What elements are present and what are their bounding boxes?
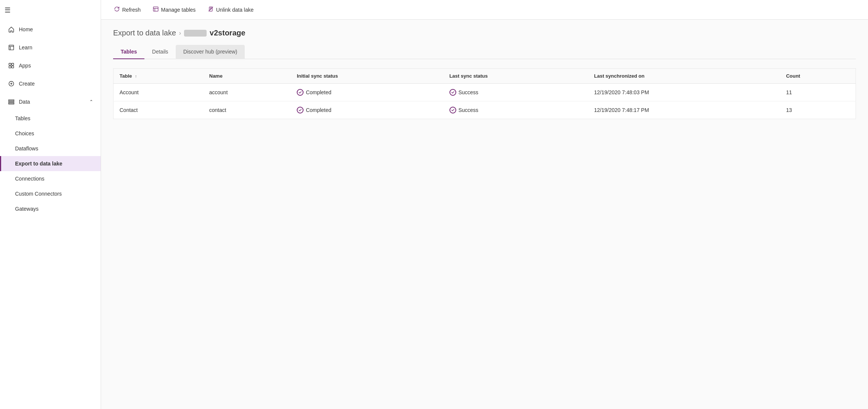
sidebar-subitem-gateways-label: Gateways [15, 206, 38, 212]
col-count-label: Count [786, 73, 801, 79]
row1-name: account [203, 84, 291, 101]
sort-asc-icon: ↑ [135, 74, 137, 78]
svg-rect-8 [9, 103, 14, 104]
hamburger-icon[interactable]: ☰ [5, 6, 11, 14]
sidebar-item-learn-label: Learn [19, 44, 32, 51]
sidebar-subitem-export-label: Export to data lake [15, 161, 62, 167]
col-initial-sync-label: Initial sync status [297, 73, 338, 79]
svg-rect-2 [12, 63, 14, 65]
breadcrumb-storage-name: v2storage [210, 29, 245, 37]
main-area: Refresh Manage tables Unlink data lake [101, 0, 868, 409]
sidebar-item-data[interactable]: Data ⌃ [0, 93, 101, 111]
col-last-sync-label: Last sync status [449, 73, 488, 79]
refresh-button[interactable]: Refresh [109, 3, 146, 16]
sidebar-subitem-custom-connectors-label: Custom Connectors [15, 191, 62, 197]
row1-initial-sync-status: Completed [291, 84, 443, 101]
row1-last-sync-status: Success [443, 84, 588, 101]
chevron-up-icon: ⌃ [89, 99, 93, 104]
breadcrumb: Export to data lake › v2storage [113, 29, 856, 37]
svg-rect-7 [9, 101, 14, 103]
table-row[interactable]: Account account Completed [113, 84, 856, 101]
sidebar-navigation: Home Learn Apps [0, 20, 101, 216]
row2-last-sync-status: Success [443, 101, 588, 119]
col-name-label: Name [209, 73, 222, 79]
col-last-synchronized-on: Last synchronized on [588, 69, 780, 84]
sidebar-subitem-choices[interactable]: Choices [0, 126, 101, 141]
table-header: Table ↑ Name Initial sync status Last sy… [113, 69, 856, 84]
col-last-synchronized-on-label: Last synchronized on [594, 73, 645, 79]
sidebar-subitem-custom-connectors[interactable]: Custom Connectors [0, 186, 101, 201]
apps-icon [8, 62, 15, 69]
sidebar-subitem-dataflows[interactable]: Dataflows [0, 141, 101, 156]
svg-rect-4 [12, 66, 14, 68]
tab-discover-hub[interactable]: Discover hub (preview) [176, 45, 245, 59]
col-count: Count [780, 69, 856, 84]
manage-tables-button[interactable]: Manage tables [147, 3, 201, 16]
breadcrumb-parent[interactable]: Export to data lake [113, 29, 176, 37]
manage-tables-icon [153, 6, 159, 13]
check-circle-icon-2 [297, 107, 304, 113]
col-last-sync: Last sync status [443, 69, 588, 84]
sidebar-subitem-connections[interactable]: Connections [0, 171, 101, 186]
manage-tables-label: Manage tables [161, 7, 196, 13]
learn-icon [8, 44, 15, 51]
storage-blurred [184, 30, 207, 37]
check-circle-success-1 [449, 89, 456, 96]
sidebar-subitem-connections-label: Connections [15, 176, 44, 182]
sidebar-item-home-label: Home [19, 26, 33, 32]
check-circle-icon-1 [297, 89, 304, 96]
tab-discover-hub-label: Discover hub (preview) [183, 49, 237, 55]
svg-rect-0 [9, 45, 14, 50]
sidebar-subitem-gateways[interactable]: Gateways [0, 201, 101, 216]
tab-bar: Tables Details Discover hub (preview) [113, 45, 856, 59]
col-name: Name [203, 69, 291, 84]
sidebar-subitem-export-to-data-lake[interactable]: Export to data lake [0, 156, 101, 171]
tab-details-label: Details [152, 49, 168, 55]
row1-count: 11 [780, 84, 856, 101]
sidebar-item-home[interactable]: Home [0, 20, 101, 38]
sidebar-item-apps-label: Apps [19, 63, 31, 69]
sidebar-item-apps[interactable]: Apps [0, 57, 101, 75]
status-completed-1: Completed [297, 89, 437, 96]
sidebar: ☰ Home Learn [0, 0, 101, 409]
unlink-data-lake-button[interactable]: Unlink data lake [202, 3, 259, 16]
sidebar-item-create-label: Create [19, 81, 35, 87]
status-success-1: Success [449, 89, 582, 96]
sidebar-subitem-tables-label: Tables [15, 115, 30, 121]
home-icon [8, 26, 15, 33]
status-completed-2: Completed [297, 107, 437, 113]
breadcrumb-separator: › [179, 30, 181, 37]
sidebar-subitem-tables[interactable]: Tables [0, 111, 101, 126]
sidebar-item-data-label: Data [19, 99, 30, 105]
data-icon [8, 98, 15, 106]
sidebar-subitem-choices-label: Choices [15, 130, 34, 136]
tab-details[interactable]: Details [144, 45, 176, 59]
content-area: Export to data lake › v2storage Tables D… [101, 20, 868, 409]
refresh-icon [114, 6, 120, 13]
row1-last-synchronized-on: 12/19/2020 7:48:03 PM [588, 84, 780, 101]
row2-count: 13 [780, 101, 856, 119]
col-initial-sync: Initial sync status [291, 69, 443, 84]
sidebar-item-learn[interactable]: Learn [0, 38, 101, 57]
unlink-data-lake-label: Unlink data lake [216, 7, 254, 13]
row2-initial-sync-status: Completed [291, 101, 443, 119]
svg-rect-6 [9, 100, 14, 101]
sidebar-item-create[interactable]: Create [0, 75, 101, 93]
refresh-label: Refresh [122, 7, 141, 13]
col-table[interactable]: Table ↑ [113, 69, 203, 84]
tab-tables-label: Tables [121, 49, 137, 55]
check-circle-success-2 [449, 107, 456, 113]
status-success-2: Success [449, 107, 582, 113]
unlink-icon [208, 6, 214, 13]
sidebar-subitem-dataflows-label: Dataflows [15, 146, 38, 152]
row2-table: Contact [113, 101, 203, 119]
row2-name: contact [203, 101, 291, 119]
row2-last-synchronized-on: 12/19/2020 7:48:17 PM [588, 101, 780, 119]
table-row[interactable]: Contact contact Completed [113, 101, 856, 119]
breadcrumb-current: v2storage [184, 29, 245, 37]
svg-rect-3 [9, 66, 11, 68]
tab-tables[interactable]: Tables [113, 45, 144, 59]
create-icon [8, 80, 15, 87]
toolbar: Refresh Manage tables Unlink data lake [101, 0, 868, 20]
data-table: Table ↑ Name Initial sync status Last sy… [113, 68, 856, 119]
